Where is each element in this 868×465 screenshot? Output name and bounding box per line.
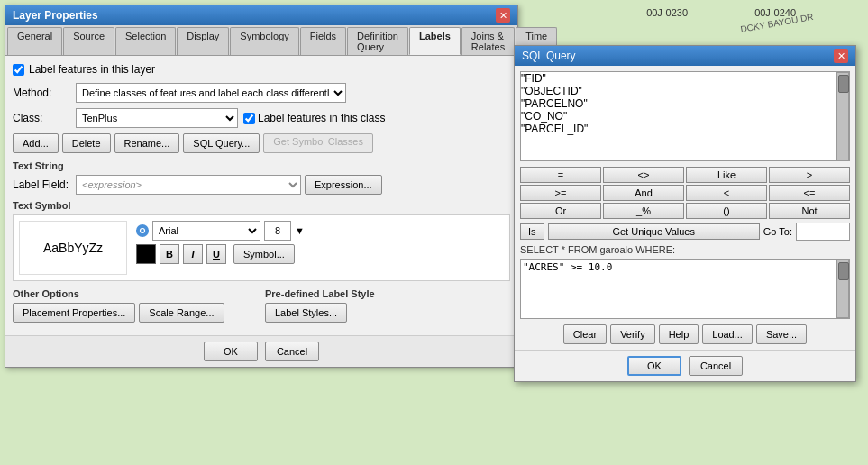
scale-range-button[interactable]: Scale Range... (139, 303, 224, 323)
other-options-col: Other Options Placement Properties... Sc… (13, 288, 258, 323)
get-unique-values-button[interactable]: Get Unique Values (548, 223, 760, 240)
action-buttons-row: Add... Delete Rename... SQL Query... Get… (13, 133, 510, 153)
cancel-button[interactable]: Cancel (265, 342, 319, 361)
dialog-title: Layer Properties (13, 9, 98, 22)
field-item-fid[interactable]: "FID" (521, 72, 836, 85)
save-button[interactable]: Save... (756, 324, 807, 344)
fields-list-container: "FID" "OBJECTID" "PARCELNO" "CO_NO" "PAR… (520, 71, 850, 161)
field-item-objectid[interactable]: "OBJECTID" (521, 85, 836, 97)
op-parens[interactable]: () (686, 203, 767, 219)
class-label: Class: (13, 112, 76, 124)
op-and[interactable]: And (603, 185, 684, 201)
label-features-checkbox[interactable] (13, 64, 24, 76)
clear-button[interactable]: Clear (563, 324, 607, 344)
dialog-titlebar: Layer Properties ✕ (5, 5, 517, 25)
query-textarea[interactable]: "ACRES" >= 10.0 (521, 260, 836, 318)
op-neq[interactable]: <> (603, 167, 684, 183)
op-percent[interactable]: _% (603, 203, 684, 219)
predefined-col: Pre-defined Label Style Label Styles... (265, 288, 510, 323)
label-field-label: Label Field: (13, 178, 76, 191)
predefined-title: Pre-defined Label Style (265, 288, 510, 299)
goto-label: Go To: (763, 226, 792, 237)
tab-symbology[interactable]: Symbology (230, 27, 298, 55)
op-lt[interactable]: < (686, 185, 767, 201)
label-styles-button[interactable]: Label Styles... (265, 303, 347, 323)
verify-button[interactable]: Verify (610, 324, 655, 344)
text-symbol-section: AaBbYyZz O Arial ▼ B I U S (13, 214, 510, 281)
tab-fields[interactable]: Fields (300, 27, 346, 55)
method-label: Method: (13, 87, 76, 99)
fields-scrollbar[interactable] (836, 72, 849, 160)
help-button[interactable]: Help (659, 324, 699, 344)
font-indicator: O (136, 224, 149, 237)
tab-general[interactable]: General (7, 27, 62, 55)
text-string-section-title: Text String (13, 160, 510, 171)
bold-button[interactable]: B (160, 244, 179, 264)
sql-query-dialog: SQL Query ✕ "FID" "OBJECTID" "PARCELNO" … (514, 45, 856, 382)
field-item-parcelno[interactable]: "PARCELNO" (521, 97, 836, 110)
label-features-label: Label features in this layer (29, 63, 155, 76)
size-dropdown-icon[interactable]: ▼ (295, 225, 305, 236)
font-size-input[interactable] (264, 221, 291, 241)
label-field-select[interactable]: <expression> (76, 175, 301, 195)
tab-bar: General Source Selection Display Symbolo… (5, 25, 517, 56)
class-row: Class: TenPlus Label features in this cl… (13, 108, 510, 128)
get-symbol-classes-button: Get Symbol Classes (263, 133, 373, 153)
other-options-title: Other Options (13, 288, 258, 299)
field-item-cono[interactable]: "CO_NO" (521, 110, 836, 123)
fields-list: "FID" "OBJECTID" "PARCELNO" "CO_NO" "PAR… (521, 72, 836, 160)
get-values-row: Is Get Unique Values Go To: (520, 223, 850, 241)
text-preview: AaBbYyZz (19, 221, 127, 275)
sql-bottom-buttons: OK Cancel (515, 350, 855, 381)
tab-joins-relates[interactable]: Joins & Relates (461, 27, 515, 55)
is-button[interactable]: Is (520, 223, 544, 240)
op-lte[interactable]: <= (769, 185, 850, 201)
sql-close-button[interactable]: ✕ (834, 49, 848, 63)
font-name-row: O Arial ▼ (136, 221, 305, 241)
op-eq[interactable]: = (520, 167, 601, 183)
symbol-button[interactable]: Symbol... (233, 244, 295, 264)
sql-body: "FID" "OBJECTID" "PARCELNO" "CO_NO" "PAR… (515, 66, 855, 350)
ok-button[interactable]: OK (204, 342, 258, 361)
font-style-row: B I U Symbol... (136, 244, 305, 264)
query-textarea-container: "ACRES" >= 10.0 (520, 259, 850, 319)
goto-input[interactable] (796, 223, 850, 241)
color-swatch[interactable] (136, 244, 156, 264)
op-gt[interactable]: > (769, 167, 850, 183)
delete-button[interactable]: Delete (62, 133, 111, 153)
label-checkbox-row: Label features in this layer (13, 63, 510, 76)
field-item-parcelid[interactable]: "PARCEL_ID" (521, 123, 836, 135)
sql-dialog-title: SQL Query (522, 50, 576, 62)
op-not[interactable]: Not (769, 203, 850, 219)
tab-selection[interactable]: Selection (115, 27, 176, 55)
tab-definition-query[interactable]: Definition Query (347, 27, 408, 55)
rename-button[interactable]: Rename... (114, 133, 180, 153)
italic-button[interactable]: I (183, 244, 203, 264)
placement-properties-button[interactable]: Placement Properties... (13, 303, 135, 323)
method-select[interactable]: Define classes of features and label eac… (76, 83, 346, 103)
load-button[interactable]: Load... (702, 324, 753, 344)
font-select[interactable]: Arial (152, 221, 260, 241)
tab-display[interactable]: Display (177, 27, 229, 55)
dialog-bottom-buttons: OK Cancel (5, 335, 517, 367)
sql-ok-button[interactable]: OK (627, 356, 681, 376)
label-class-checkbox[interactable] (243, 113, 255, 124)
underline-button[interactable]: U (206, 244, 226, 264)
tab-source[interactable]: Source (63, 27, 114, 55)
options-row: Other Options Placement Properties... Sc… (13, 288, 510, 323)
class-select[interactable]: TenPlus (76, 108, 238, 128)
query-scrollbar[interactable] (836, 260, 849, 318)
op-like[interactable]: Like (686, 167, 767, 183)
add-button[interactable]: Add... (13, 133, 59, 153)
sql-action-buttons: Clear Verify Help Load... Save... (520, 324, 850, 344)
sql-cancel-button[interactable]: Cancel (689, 356, 743, 376)
layer-properties-dialog: Layer Properties ✕ General Source Select… (5, 5, 518, 368)
map-label-1: 00J-0230 (646, 7, 688, 18)
operators-grid: = <> Like > >= And < <= Or _% () Not (520, 167, 850, 219)
op-or[interactable]: Or (520, 203, 601, 219)
sql-query-button[interactable]: SQL Query... (183, 133, 260, 153)
op-gte[interactable]: >= (520, 185, 601, 201)
tab-labels[interactable]: Labels (409, 27, 461, 55)
dialog-close-button[interactable]: ✕ (496, 8, 510, 23)
expression-button[interactable]: Expression... (305, 175, 382, 195)
